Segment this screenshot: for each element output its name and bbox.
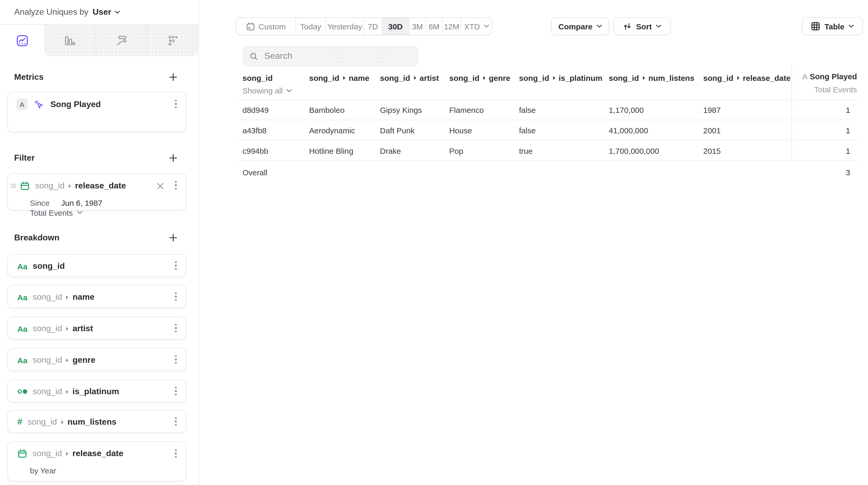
column-header-is-platinum[interactable]: song_id is_platinum <box>519 73 602 83</box>
date-range-control: Custom Today Yesterday 7D 30D 3M 6M 12M … <box>236 17 492 35</box>
filter-card[interactable]: song_id release_date Since Jun 6, 1987 <box>7 173 186 211</box>
tab-flow-chart[interactable] <box>95 25 147 56</box>
breakdown-card[interactable]: song_id is_platinum <box>7 380 186 402</box>
breakdown-kebab-menu[interactable] <box>171 385 181 397</box>
text-property-icon: Aa <box>17 293 27 302</box>
column-header-name[interactable]: song_id name <box>309 73 369 83</box>
compare-button[interactable]: Compare <box>551 17 609 35</box>
analyze-entity-dropdown[interactable]: User <box>93 7 120 17</box>
line-chart-icon <box>16 34 28 47</box>
breakdown-kebab-menu[interactable] <box>171 260 181 271</box>
metric-value: 1 <box>846 120 850 141</box>
filter-kebab-menu[interactable] <box>171 180 181 191</box>
analyze-entity-value: User <box>93 7 111 17</box>
chevron-down-icon <box>656 25 661 28</box>
breadcrumb-arrow-icon <box>66 451 69 456</box>
chevron-down-icon <box>77 211 82 214</box>
column-header-release-date[interactable]: song_id release_date <box>703 73 790 83</box>
breakdown-property-name: is_platinum <box>72 387 119 396</box>
date-range-xtd[interactable]: XTD <box>461 18 492 35</box>
breakdown-kebab-menu[interactable] <box>171 354 181 365</box>
chevron-down-icon <box>115 10 120 14</box>
breadcrumb-arrow-icon <box>61 420 64 424</box>
breakdown-bucket[interactable]: by Year <box>30 466 56 475</box>
breakdown-card[interactable]: Aa song_id name <box>7 285 186 308</box>
breakdown-property-name: artist <box>72 324 93 333</box>
showing-all-dropdown[interactable]: Showing all <box>243 86 291 95</box>
breadcrumb-arrow-icon <box>552 75 556 80</box>
close-icon <box>157 183 164 189</box>
breakdown-kebab-menu[interactable] <box>171 448 181 459</box>
breakdown-card[interactable]: Aa song_id genre <box>7 348 186 371</box>
series-badge: A <box>16 99 28 110</box>
add-breakdown-button[interactable] <box>168 233 178 243</box>
scatter-chart-icon <box>166 34 179 47</box>
breakdown-kebab-menu[interactable] <box>171 291 181 302</box>
metric-event-name: Song Played <box>51 100 101 109</box>
event-click-icon <box>34 99 44 110</box>
date-range-30d[interactable]: 30D <box>381 18 409 35</box>
date-range-today[interactable]: Today <box>296 18 326 35</box>
date-range-7d[interactable]: 7D <box>364 18 381 35</box>
breakdown-card[interactable]: Aa song_id artist <box>7 316 186 340</box>
table-row[interactable]: d8d949 Bamboleo Gipsy Kings Flamenco fal… <box>239 100 857 120</box>
sort-button[interactable]: Sort <box>614 17 671 35</box>
breakdown-kebab-menu[interactable] <box>171 416 181 427</box>
breakdown-card[interactable]: song_id release_date by Year <box>7 442 186 481</box>
column-header-song-id[interactable]: song_id <box>243 73 273 83</box>
column-header-num-listens[interactable]: song_id num_listens <box>609 73 694 83</box>
filter-value[interactable]: Jun 6, 1987 <box>61 198 102 207</box>
add-filter-button[interactable] <box>168 153 178 163</box>
boolean-property-icon <box>17 388 28 395</box>
analyze-control: Analyze Uniques by User <box>14 7 120 17</box>
tab-bar-chart[interactable] <box>44 25 95 56</box>
calendar-icon <box>246 22 255 31</box>
number-property-icon: # <box>17 417 22 427</box>
breadcrumb-arrow-icon <box>483 75 486 80</box>
breakdown-card[interactable]: Aa song_id <box>7 254 186 277</box>
table-row[interactable]: c994bb Hotline Bling Drake Pop true 1,70… <box>239 140 857 161</box>
filter-property-name: release_date <box>75 181 126 190</box>
metric-card[interactable]: A Song Played Total Events <box>7 92 186 132</box>
date-range-6m[interactable]: 6M <box>426 18 442 35</box>
breadcrumb-arrow-icon <box>642 75 645 80</box>
metric-column-header[interactable]: A Song Played Total Events <box>802 72 857 94</box>
overall-metric-value: 3 <box>846 161 850 184</box>
breadcrumb-arrow-icon <box>737 75 740 80</box>
overall-row: Overall 3 <box>239 161 857 184</box>
breakdown-property-name: release_date <box>72 449 123 458</box>
breakdown-property-name: genre <box>72 355 95 365</box>
text-property-icon: Aa <box>17 324 27 333</box>
date-range-custom[interactable]: Custom <box>236 18 296 35</box>
breadcrumb-arrow-icon <box>66 295 69 299</box>
date-range-yesterday[interactable]: Yesterday <box>326 18 364 35</box>
breadcrumb-arrow-icon <box>66 326 69 331</box>
sidebar: Analyze Uniques by User <box>0 0 199 485</box>
filter-property-prefix: song_id <box>35 181 65 190</box>
table-row[interactable]: a43fb8 Aerodynamic Daft Punk House false… <box>239 120 857 141</box>
insights-report: Analyze Uniques by User <box>0 0 868 485</box>
date-range-3m[interactable]: 3M <box>409 18 426 35</box>
breakdown-property-name: num_listens <box>67 417 117 427</box>
sort-arrows-icon <box>623 22 632 31</box>
add-metric-button[interactable] <box>168 72 178 82</box>
breakdown-property-prefix: song_id <box>33 355 62 365</box>
remove-filter-button[interactable] <box>157 183 164 189</box>
overall-label: Overall <box>243 161 268 184</box>
drag-handle-icon[interactable] <box>10 183 16 188</box>
search-icon <box>250 52 258 61</box>
search-input[interactable] <box>263 51 411 62</box>
metric-kebab-menu[interactable] <box>171 98 181 110</box>
tab-scatter-chart[interactable] <box>147 25 198 56</box>
chevron-down-icon <box>484 25 489 28</box>
breakdown-property-name: name <box>72 292 94 302</box>
column-header-artist[interactable]: song_id artist <box>380 73 439 83</box>
breakdown-card[interactable]: # song_id num_listens <box>7 410 186 433</box>
date-range-12m[interactable]: 12M <box>442 18 461 35</box>
view-selector-button[interactable]: Table <box>802 17 863 35</box>
series-letter: A <box>802 72 808 81</box>
filter-operator[interactable]: Since <box>30 198 50 207</box>
column-header-genre[interactable]: song_id genre <box>449 73 510 83</box>
breakdown-kebab-menu[interactable] <box>171 322 181 334</box>
tab-line-chart[interactable] <box>0 25 44 56</box>
